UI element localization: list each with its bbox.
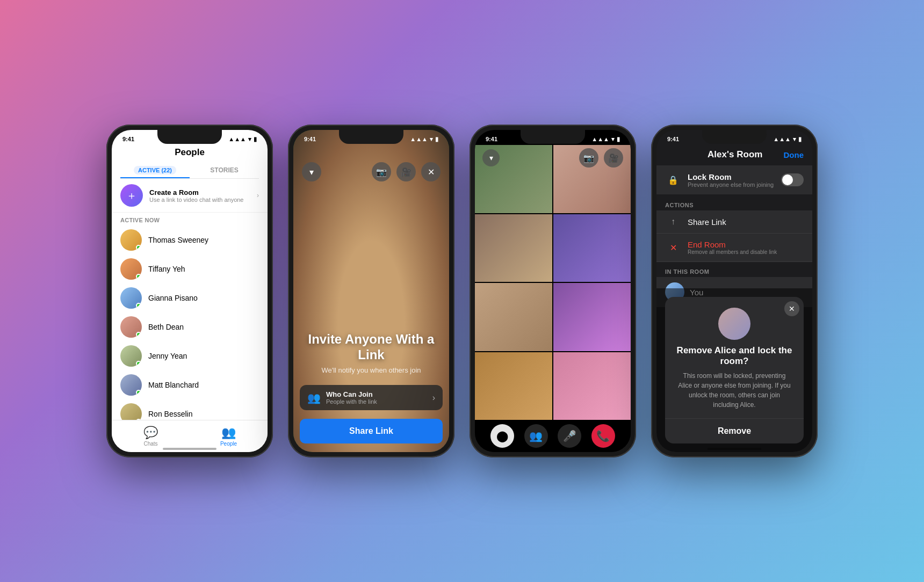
video-cell-4: [553, 214, 631, 282]
share-link-button[interactable]: Share Link: [300, 419, 443, 443]
create-room-subtitle: Use a link to video chat with anyone: [149, 197, 244, 203]
active-now-label: ACTIVE NOW: [112, 213, 268, 225]
invite-overlay: 9:41 ▲▲▲ ▾ ▮ ▾ 📷 🎥 ✕ Invite Anyone With …: [293, 130, 449, 452]
wifi-icon-2: ▾: [430, 136, 433, 143]
video-toggle-icon[interactable]: 🎥: [604, 148, 623, 168]
create-room-row[interactable]: ＋ Create a Room Use a link to video chat…: [112, 179, 268, 213]
notch-1: [157, 130, 222, 144]
nav-chats[interactable]: 💬 Chats: [112, 426, 190, 447]
room-title: Alex's Room: [687, 149, 784, 160]
create-room-text: Create a Room Use a link to video chat w…: [149, 188, 244, 203]
lock-toggle[interactable]: [781, 173, 804, 186]
status-icons-3: ▲▲▲ ▾ ▮: [591, 136, 620, 143]
list-item[interactable]: Matt Blanchard: [112, 370, 268, 399]
close-icon[interactable]: ✕: [421, 162, 441, 181]
time-2: 9:41: [304, 136, 316, 142]
list-item[interactable]: Tiffany Yeh: [112, 254, 268, 283]
signal-icon-2: ▲▲▲: [410, 136, 428, 142]
active-badge: ACTIVE (22): [134, 166, 176, 174]
done-button[interactable]: Done: [784, 150, 804, 159]
modal-desc: This room will be locked, preventing Ali…: [665, 371, 804, 418]
avatar-thomas: [120, 229, 142, 251]
remove-modal-overlay: ✕ Remove Alice and lock the room? This r…: [656, 288, 812, 452]
phone-4: 9:41 ▲▲▲ ▾ ▮ Alex's Room Done 🔒 Lock Roo…: [651, 125, 818, 457]
lock-label: Lock Room: [688, 172, 774, 181]
battery-icon-3: ▮: [617, 136, 620, 143]
nav-people-label: People: [220, 441, 237, 447]
time-4: 9:41: [667, 136, 679, 142]
who-sub: People with the link: [326, 398, 377, 405]
phone-1: 9:41 ▲▲▲ ▾ ▮ People ACTIVE (22) STORIES …: [106, 125, 273, 457]
create-room-chevron: ›: [257, 192, 259, 199]
battery-icon: ▮: [254, 136, 257, 143]
lock-section: 🔒 Lock Room Prevent anyone else from joi…: [656, 165, 812, 194]
status-icons-1: ▲▲▲ ▾ ▮: [228, 136, 257, 143]
participants-button[interactable]: 👥: [524, 424, 548, 448]
in-this-room-label: IN THIS ROOM: [656, 262, 812, 277]
actions-section-label: ACTIONS: [656, 195, 812, 210]
video-cell-8: [553, 352, 631, 420]
nav-people[interactable]: 👥 People: [190, 426, 268, 447]
who-can-join-row[interactable]: 👥 Who Can Join People with the link ›: [300, 385, 443, 410]
avatar-beth: [120, 316, 142, 338]
end-room-icon: ✕: [665, 243, 681, 253]
wifi-icon-3: ▾: [611, 136, 615, 143]
phone-3-screen: 9:41 ▲▲▲ ▾ ▮ ▾ 📷 🎥 ⬤ 👥: [475, 130, 631, 452]
phone-4-screen: 9:41 ▲▲▲ ▾ ▮ Alex's Room Done 🔒 Lock Roo…: [656, 130, 812, 452]
end-room-sub: Remove all members and disable link: [688, 249, 777, 255]
signal-icon-4: ▲▲▲: [773, 136, 791, 142]
signal-icon-3: ▲▲▲: [591, 136, 609, 142]
battery-icon-4: ▮: [798, 136, 802, 143]
capture-button[interactable]: ⬤: [490, 424, 514, 448]
lock-icon: 🔒: [668, 175, 678, 185]
end-room-action[interactable]: ✕ End Room Remove all members and disabl…: [656, 234, 812, 262]
list-item[interactable]: Jenny Yean: [112, 341, 268, 370]
video-call-controls: ⬤ 👥 🎤 📞: [475, 420, 631, 452]
modal-close-button[interactable]: ✕: [784, 301, 799, 316]
chevron-down-btn[interactable]: ▾: [302, 162, 321, 181]
back-button[interactable]: ▾: [482, 149, 500, 166]
video-cell-3: [475, 214, 552, 282]
list-item[interactable]: Beth Dean: [112, 312, 268, 341]
mute-button[interactable]: 🎤: [558, 424, 581, 448]
nav-chats-label: Chats: [143, 441, 157, 447]
room-header: Alex's Room Done: [656, 145, 812, 165]
avatar-matt: [120, 374, 142, 396]
video-grid: [475, 145, 631, 420]
camera-icon[interactable]: 📷: [579, 148, 598, 168]
tab-row: ACTIVE (22) STORIES: [120, 163, 259, 179]
phone-2: 9:41 ▲▲▲ ▾ ▮ ▾ 📷 🎥 ✕ Invite Anyone With …: [288, 125, 454, 457]
person-name-jenny: Jenny Yean: [148, 352, 187, 360]
invite-top-bar: ▾ 📷 🎥 ✕: [293, 145, 449, 186]
lock-icon-wrap: 🔒: [665, 172, 681, 188]
chats-icon: 💬: [143, 426, 158, 440]
remove-button[interactable]: Remove: [665, 419, 804, 443]
who-text: Who Can Join People with the link: [326, 390, 377, 405]
list-item[interactable]: Thomas Sweeney: [112, 225, 268, 254]
share-link-action[interactable]: ↑ Share Link: [656, 210, 812, 234]
invite-text: Invite Anyone With a Link We'll notify y…: [293, 321, 449, 380]
end-room-text: End Room Remove all members and disable …: [688, 240, 777, 255]
battery-icon-2: ▮: [435, 136, 438, 143]
list-item[interactable]: Gianna Pisano: [112, 283, 268, 312]
remove-modal: Remove Alice and lock the room? This roo…: [665, 297, 804, 443]
tab-stories[interactable]: STORIES: [190, 163, 259, 178]
end-room-label: End Room: [688, 240, 777, 249]
lock-row: 🔒 Lock Room Prevent anyone else from joi…: [665, 172, 804, 188]
phone-3: 9:41 ▲▲▲ ▾ ▮ ▾ 📷 🎥 ⬤ 👥: [470, 125, 636, 457]
phone-2-screen: 9:41 ▲▲▲ ▾ ▮ ▾ 📷 🎥 ✕ Invite Anyone With …: [293, 130, 449, 452]
camera-flip-icon[interactable]: 📷: [372, 162, 391, 181]
notch-2: [339, 130, 403, 144]
end-call-button[interactable]: 📞: [591, 424, 615, 448]
status-icons-2: ▲▲▲ ▾ ▮: [410, 136, 438, 143]
tab-active[interactable]: ACTIVE (22): [120, 163, 190, 178]
wifi-icon-4: ▾: [793, 136, 796, 143]
video-icon[interactable]: 🎥: [396, 162, 416, 181]
who-label: Who Can Join: [326, 390, 377, 398]
person-name-matt: Matt Blanchard: [148, 381, 199, 389]
avatar-gianna: [120, 287, 142, 309]
person-name-gianna: Gianna Pisano: [148, 294, 198, 302]
time-1: 9:41: [122, 136, 134, 142]
modal-title: Remove Alice and lock the room?: [665, 345, 804, 371]
lock-sub: Prevent anyone else from joining: [688, 181, 774, 188]
